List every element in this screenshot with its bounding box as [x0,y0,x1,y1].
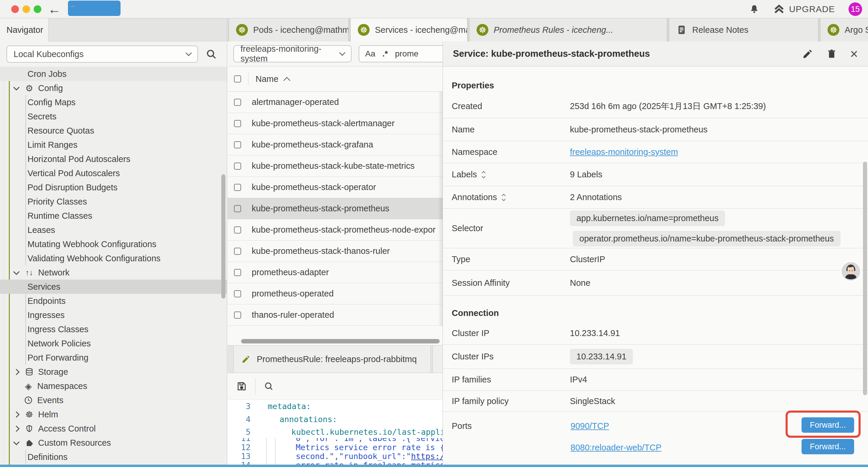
search-icon[interactable] [206,49,217,60]
tab-navigator[interactable]: Navigator [0,18,49,41]
tab-label: Argo Se [845,25,868,35]
field-value[interactable]: 2 Annotations [570,193,622,202]
sidebar-item-cron-jobs[interactable]: Cron Jobs [0,67,227,81]
sidebar-item-validating-webhook-configurations[interactable]: Validating Webhook Configurations [0,251,227,265]
editor-tab-prometheusrule[interactable]: PrometheusRule: freeleaps-prod-rabbitmq [234,346,431,373]
table-row[interactable]: kube-prometheus-stack-operator [227,177,442,198]
row-checkbox[interactable] [234,141,241,148]
sidebar-item-limit-ranges[interactable]: Limit Ranges [0,138,227,152]
detail-scrollbar[interactable] [863,162,867,395]
table-row[interactable]: alertmanager-operated [227,92,442,113]
notification-count-badge[interactable]: 15 [848,2,862,16]
expand-collapse-icon[interactable] [501,193,506,202]
sidebar-item-ingress-classes[interactable]: Ingress Classes [0,322,227,337]
sidebar-item-config-maps[interactable]: Config Maps [0,95,227,109]
close-icon[interactable]: × [850,47,858,61]
row-checkbox[interactable] [234,290,241,297]
tab-pods[interactable]: ☸ Pods - icecheng@mathmas... [229,18,349,41]
upgrade-button[interactable]: UPGRADE [773,3,835,15]
sidebar-group-network[interactable]: ↑↓ Network [0,265,227,280]
forward-button[interactable]: Forward... [802,439,854,454]
field-value: None [570,278,590,288]
match-case-toggle[interactable]: Aa [365,49,375,59]
table-row[interactable]: prometheus-operated [227,283,442,304]
delete-trash-icon[interactable] [826,49,837,59]
namespace-link[interactable]: freeleaps-monitoring-system [570,147,678,157]
row-checkbox[interactable] [234,269,241,276]
back-arrow-icon[interactable]: ← [48,1,61,18]
sidebar-item-runtime-classes[interactable]: Runtime Classes [0,209,227,223]
row-checkbox[interactable] [234,312,241,319]
table-row[interactable]: prometheus-adapter [227,262,442,283]
save-icon[interactable] [236,381,247,391]
sidebar-group-access-control[interactable]: Access Control [0,421,227,436]
search-input[interactable] [395,49,442,59]
sidebar-item-definitions[interactable]: Definitions [0,450,227,464]
field-value: 253d 16h 6m ago (2025年1月13日 GMT+8 1:25:3… [570,100,766,112]
sidebar-item-ingresses[interactable]: Ingresses [0,308,227,322]
search-icon[interactable] [264,381,274,391]
sidebar-item-resource-quotas[interactable]: Resource Quotas [0,123,227,138]
port-link[interactable]: 8080:reloader-web/TCP [570,443,661,453]
row-checkbox[interactable] [234,226,241,233]
sidebar-item-endpoints[interactable]: Endpoints [0,294,227,308]
horizontal-scrollbar[interactable] [241,339,440,344]
window-zoom-button[interactable] [34,5,41,13]
table-row-selected[interactable]: kube-prometheus-stack-prometheus [227,198,442,219]
sidebar-item-leases[interactable]: Leases [0,223,227,237]
sidebar-group-config[interactable]: ⚙ Config [0,81,227,95]
notifications-bell-icon[interactable] [749,4,760,14]
sidebar-item-priority-classes[interactable]: Priority Classes [0,195,227,209]
select-all-checkbox[interactable] [234,76,241,83]
row-checkbox[interactable] [234,99,241,106]
kubeconfig-select[interactable]: Local Kubeconfigs [6,46,198,63]
sidebar-item-vertical-pod-autoscalers[interactable]: Vertical Pod Autoscalers [0,166,227,180]
field-value[interactable]: 9 Labels [570,170,602,179]
sidebar-item-port-forwarding[interactable]: Port Forwarding [0,351,227,365]
runbook-url-link[interactable]: https://net [411,451,442,461]
yaml-editor[interactable]: 3 metadata: 4 annotations: 5 kubectl.kub… [227,400,442,465]
table-row[interactable]: kube-prometheus-stack-grafana [227,134,442,155]
row-checkbox[interactable] [234,248,241,255]
sidebar-item-mutating-webhook-configurations[interactable]: Mutating Webhook Configurations [0,237,227,251]
layers-icon: ◈ [23,381,34,391]
tab-services[interactable]: ☸ Services - icecheng@math... × [350,18,467,41]
window-minimize-button[interactable] [23,5,30,13]
row-checkbox[interactable] [234,120,241,127]
selector-chip: app.kubernetes.io/name=prometheus [570,210,725,226]
tab-argo[interactable]: ☸ Argo Se [820,18,868,41]
sidebar-group-storage[interactable]: Storage [0,365,227,379]
sidebar-item-namespaces[interactable]: ◈ Namespaces [0,379,227,393]
table-row[interactable]: kube-prometheus-stack-prometheus-node-ex… [227,219,442,241]
sidebar-item-secrets[interactable]: Secrets [0,109,227,123]
expand-collapse-icon[interactable] [481,170,486,180]
sidebar-item-network-policies[interactable]: Network Policies [0,337,227,351]
row-checkbox[interactable] [234,205,241,212]
sidebar-item-pod-disruption-budgets[interactable]: Pod Disruption Budgets [0,180,227,195]
edit-pencil-icon[interactable] [802,48,813,59]
tab-prometheus-rules[interactable]: ☸ Prometheus Rules - icecheng... [469,18,667,41]
port-link[interactable]: 9090/TCP [570,421,609,431]
row-checkbox[interactable] [234,163,241,170]
sidebar-group-helm[interactable]: ☸ Helm [0,407,227,421]
table-row[interactable]: kube-prometheus-stack-alertmanager [227,113,442,134]
scroll-edge-shadow [438,92,442,326]
tab-release-notes[interactable]: Release Notes [669,18,818,41]
sidebar-item-services[interactable]: Services [0,280,227,294]
regex-toggle[interactable]: .* [382,49,388,59]
namespace-select[interactable]: freeleaps-monitoring-system [234,45,351,62]
avatar[interactable] [840,261,861,282]
sidebar-group-custom-resources[interactable]: Custom Resources [0,436,227,450]
table-row[interactable]: thanos-ruler-operated [227,304,442,326]
forward-arrow-icon[interactable]: → [68,1,121,16]
sidebar-item-events[interactable]: Events [0,393,227,407]
sidebar-item-horizontal-pod-autoscalers[interactable]: Horizontal Pod Autoscalers [0,152,227,166]
search-filter-box[interactable]: Aa .* [359,45,449,62]
sidebar-scrollbar[interactable] [221,174,225,298]
table-row[interactable]: kube-prometheus-stack-thanos-ruler [227,241,442,262]
table-row[interactable]: kube-prometheus-stack-kube-state-metrics [227,155,442,177]
row-checkbox[interactable] [234,184,241,191]
window-close-button[interactable] [11,5,19,13]
field-type: Type ClusterIP [443,248,868,270]
name-column-header[interactable]: Name [255,74,291,84]
